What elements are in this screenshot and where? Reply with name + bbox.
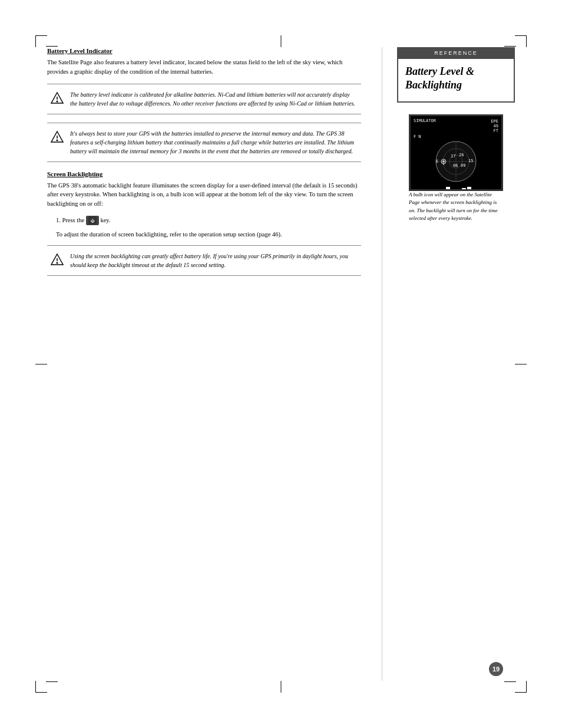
warning-box-3: Using the screen backlighting can greatl…: [47, 245, 361, 276]
gps-sky-svg: 17 26 15 06 09 E: [434, 140, 478, 184]
corner-mark-bl: [35, 681, 47, 693]
battery-body: The Satellite Page also features a batte…: [47, 58, 361, 77]
backlighting-section: Screen Backlighting The GPS 38's automat…: [47, 170, 361, 276]
bar-3: [446, 187, 450, 191]
top-margin-left: [46, 46, 58, 47]
svg-text:06: 06: [453, 163, 458, 168]
warning-box-1: The battery level indicator is calibrate…: [47, 84, 361, 114]
gps-epe-area: EPE 49 FT: [491, 118, 498, 133]
warning-icon-3: [50, 253, 64, 267]
step-2: To adjust the duration of screen backlig…: [56, 230, 361, 239]
warning-text-3: Using the screen backlighting can greatl…: [70, 252, 358, 269]
top-crosshair: [281, 35, 282, 47]
backlighting-heading: Screen Backlighting: [47, 170, 361, 177]
gps-screen: SIMULATOR EPE 49 FT F N: [409, 114, 503, 191]
warning-icon-2: [50, 130, 64, 144]
left-column: Battery Level Indicator The Satellite Pa…: [47, 47, 367, 681]
svg-text:09: 09: [461, 163, 465, 168]
step-1-suffix: key.: [100, 217, 110, 223]
page-title: Battery Level & Backlighting: [405, 65, 507, 93]
bar-7: [467, 187, 471, 191]
gps-simulator-label: SIMULATOR: [414, 118, 436, 133]
svg-text:E: E: [436, 159, 438, 164]
bar-5: [457, 190, 461, 191]
bar-4: [451, 189, 455, 191]
gps-unit: FT: [491, 129, 498, 133]
gps-header: SIMULATOR EPE 49 FT: [414, 118, 498, 133]
corner-mark-tr: [515, 35, 527, 47]
svg-point-2: [57, 101, 58, 102]
corner-mark-tl: [35, 35, 47, 47]
svg-point-5: [57, 140, 58, 141]
right-crosshair: [515, 364, 527, 364]
svg-point-23: [442, 160, 445, 163]
gps-caption: A bulb icon will appear on the Satellite…: [409, 191, 503, 223]
svg-point-10: [57, 262, 58, 263]
bottom-margin-left: [46, 681, 58, 682]
top-margin-right: [504, 46, 516, 47]
page-number: 19: [489, 662, 503, 676]
corner-mark-br: [515, 681, 527, 693]
bottom-margin-right: [504, 681, 516, 682]
gps-sky-view: 17 26 15 06 09 E: [434, 140, 478, 184]
gps-fn-row: F N: [414, 134, 498, 139]
battery-section: Battery Level Indicator The Satellite Pa…: [47, 47, 361, 162]
left-crosshair: [35, 364, 47, 364]
page-layout: Battery Level Indicator The Satellite Pa…: [47, 47, 515, 681]
right-column: REFERENCE Battery Level & Backlighting S…: [397, 47, 515, 681]
title-box: Battery Level & Backlighting: [397, 59, 515, 103]
battery-heading: Battery Level Indicator: [47, 47, 361, 54]
warning-icon-1: [50, 91, 64, 106]
svg-text:⏻: ⏻: [90, 219, 94, 223]
step-2-text: To adjust the duration of screen backlig…: [56, 231, 282, 238]
gps-epe-label: EPE: [491, 119, 498, 124]
reference-header: REFERENCE: [397, 47, 515, 59]
bottom-crosshair: [281, 681, 282, 693]
svg-text:15: 15: [468, 159, 473, 163]
gps-signal-bars: [414, 186, 498, 191]
power-key-icon: ⏻: [86, 216, 99, 225]
column-separator: [382, 47, 382, 681]
gps-screen-container: SIMULATOR EPE 49 FT F N: [397, 114, 515, 223]
warning-text-1: The battery level indicator is calibrate…: [70, 90, 358, 108]
svg-text:26: 26: [459, 153, 464, 157]
svg-text:17: 17: [451, 154, 455, 159]
bar-6: [462, 188, 466, 191]
step-1: 1. Press the ⏻ key.: [56, 216, 361, 226]
backlighting-body: The GPS 38's automatic backlight feature…: [47, 181, 361, 209]
bar-2: [441, 189, 445, 191]
gps-epe-value: 49: [491, 124, 498, 129]
gps-screen-inner: SIMULATOR EPE 49 FT F N: [411, 116, 501, 191]
step-1-num: 1. Press the: [56, 217, 86, 223]
warning-box-2: It's always best to store your GPS with …: [47, 123, 361, 162]
warning-text-2: It's always best to store your GPS with …: [70, 129, 358, 156]
